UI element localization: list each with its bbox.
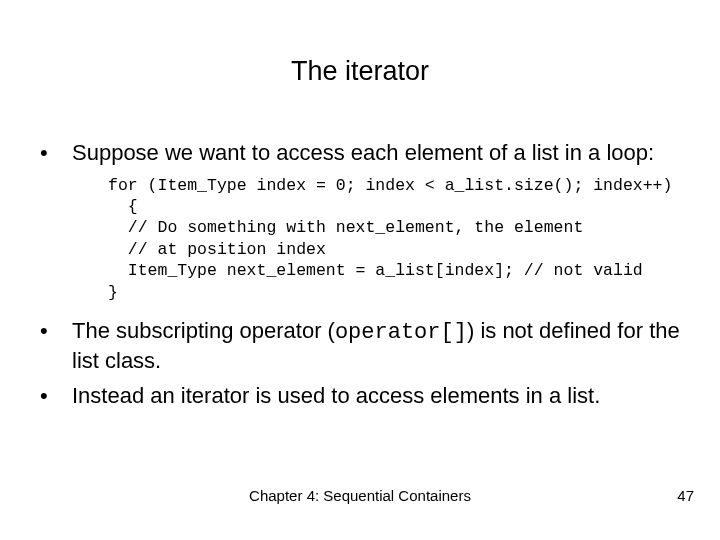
bullet-list: Suppose we want to access each element o…	[24, 139, 696, 167]
page-title: The iterator	[24, 56, 696, 87]
code-block: for (Item_Type index = 0; index < a_list…	[108, 175, 696, 304]
code-line-4: // at position index	[108, 240, 326, 259]
operator-code: operator[]	[335, 320, 467, 345]
footer-chapter: Chapter 4: Sequential Containers	[0, 487, 720, 504]
code-line-5: Item_Type next_element = a_list[index]; …	[108, 261, 643, 280]
slide: The iterator Suppose we want to access e…	[0, 0, 720, 540]
bullet-list-2: The subscripting operator (operator[]) i…	[24, 317, 696, 410]
bullet-1: Suppose we want to access each element o…	[24, 139, 696, 167]
code-line-2: {	[108, 197, 138, 216]
bullet-2-pre: The subscripting operator (	[72, 318, 335, 343]
bullet-3: Instead an iterator is used to access el…	[24, 382, 696, 410]
bullet-1-text: Suppose we want to access each element o…	[72, 140, 654, 165]
code-line-6: }	[108, 283, 118, 302]
code-line-3: // Do something with next_element, the e…	[108, 218, 583, 237]
bullet-3-text: Instead an iterator is used to access el…	[72, 383, 600, 408]
code-line-1: for (Item_Type index = 0; index < a_list…	[108, 176, 672, 195]
bullet-2: The subscripting operator (operator[]) i…	[24, 317, 696, 374]
footer-page-number: 47	[677, 487, 694, 504]
